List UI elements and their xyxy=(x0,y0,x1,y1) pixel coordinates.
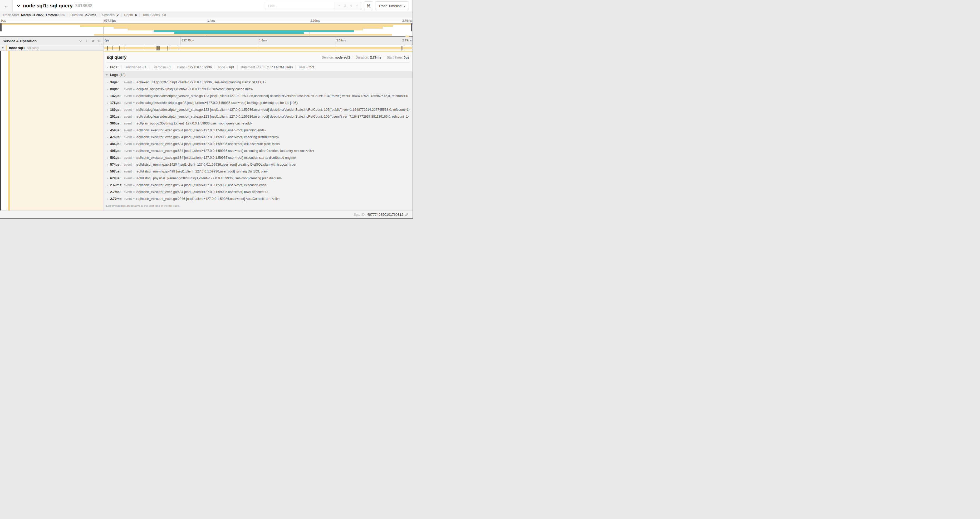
minimap-right-drag-handle[interactable] xyxy=(411,24,412,31)
tag-item[interactable]: client=127.0.0.1:59936 xyxy=(174,65,215,69)
log-expand-icon[interactable]: › xyxy=(107,156,110,159)
log-marker[interactable] xyxy=(156,46,157,50)
trace-view-selector[interactable]: Trace Timeline ∨ xyxy=(375,1,409,10)
log-marker[interactable] xyxy=(113,46,113,50)
log-marker[interactable] xyxy=(158,46,159,50)
collapse-one-icon[interactable] xyxy=(79,39,82,43)
minimap-canvas[interactable] xyxy=(0,23,412,37)
stat-value: March 31 2022, 17:25:09 xyxy=(21,13,59,17)
log-expand-icon[interactable]: › xyxy=(107,197,110,200)
log-expand-icon[interactable]: › xyxy=(107,115,110,118)
log-row[interactable]: ›80μs:event=‹sql/plan_opt.go:358 [nsql1,… xyxy=(103,86,412,93)
prev-result-icon[interactable]: ∧ xyxy=(344,4,347,8)
collapse-trace-icon[interactable] xyxy=(16,4,21,8)
log-row[interactable]: ›176μs:event=‹sql/catalog/descs/descript… xyxy=(103,99,412,106)
span-id-value: 4877749850101760812 xyxy=(367,212,403,217)
log-row[interactable]: ›2.7ms:event=‹sql/conn_executor_exec.go:… xyxy=(103,188,412,195)
log-row[interactable]: ›2.79ms:event=‹sql/conn_executor_exec.go… xyxy=(103,195,412,202)
log-expand-icon[interactable]: › xyxy=(107,170,110,173)
tag-item[interactable]: _verbose=1 xyxy=(149,65,174,69)
expand-all-icon[interactable] xyxy=(98,39,101,43)
log-expand-icon[interactable]: › xyxy=(107,136,110,139)
log-expand-icon[interactable]: › xyxy=(107,177,110,180)
log-row[interactable]: ›459μs:event=‹sql/conn_executor_exec.go:… xyxy=(103,127,412,134)
log-marker[interactable] xyxy=(170,46,170,50)
log-expand-icon[interactable]: › xyxy=(107,101,110,104)
log-expand-icon[interactable]: › xyxy=(107,149,110,152)
left-scrollbar[interactable] xyxy=(0,51,1,211)
log-marker[interactable] xyxy=(126,46,126,50)
log-expand-icon[interactable]: › xyxy=(107,122,110,125)
log-marker[interactable] xyxy=(157,46,158,50)
keyboard-shortcuts-button[interactable]: ⌘ xyxy=(364,1,373,10)
log-marker[interactable] xyxy=(125,46,125,50)
span-row-label[interactable]: ∨ node sql1 sql query xyxy=(0,45,103,51)
minimap-left-drag-handle[interactable] xyxy=(0,24,2,31)
log-row[interactable]: ›678μs:event=‹sql/distsql_physical_plann… xyxy=(103,175,412,182)
find-input[interactable] xyxy=(265,2,334,10)
locate-icon[interactable]: ⌖ xyxy=(339,4,340,8)
log-row[interactable]: ›201μs:event=‹sql/catalog/lease/descript… xyxy=(103,113,412,120)
log-row[interactable]: ›34μs:event=‹sql/exec_util.go:2297 [nsql… xyxy=(103,79,412,86)
log-row[interactable]: ›2.69ms:event=‹sql/conn_executor_exec.go… xyxy=(103,182,412,188)
log-expand-icon[interactable]: › xyxy=(107,129,110,132)
tags-expand-icon[interactable]: › xyxy=(107,65,108,69)
log-marker[interactable] xyxy=(178,46,179,50)
logs-collapse-icon[interactable]: ∨ xyxy=(106,73,108,76)
column-resizer-handle[interactable] xyxy=(101,43,102,45)
log-expand-icon[interactable]: › xyxy=(107,184,110,187)
log-expand-icon[interactable]: › xyxy=(107,81,110,84)
span-timeline-track[interactable] xyxy=(103,45,412,51)
tag-key: _unfinished xyxy=(124,65,141,69)
log-field-key: event xyxy=(124,128,132,132)
span-id-label: SpanID: xyxy=(353,213,365,217)
collapse-all-icon[interactable] xyxy=(91,39,95,43)
log-marker[interactable] xyxy=(144,46,145,50)
next-result-icon[interactable]: ∨ xyxy=(350,4,353,8)
log-marker[interactable] xyxy=(167,46,168,50)
clear-search-icon[interactable]: × xyxy=(356,4,358,8)
log-row[interactable]: ›495μs:event=‹sql/conn_executor_exec.go:… xyxy=(103,147,412,154)
tag-item[interactable]: user=root xyxy=(296,65,317,69)
tag-item[interactable]: _unfinished=1 xyxy=(121,65,149,69)
log-row[interactable]: ›597μs:event=‹sql/distsql_running.go:498… xyxy=(103,168,412,175)
tag-item[interactable]: statement=SELECT * FROM users xyxy=(237,65,296,69)
log-row[interactable]: ›366μs:event=‹sql/plan_opt.go:358 [nsql1… xyxy=(103,120,412,127)
tag-key: client xyxy=(177,65,185,69)
back-icon[interactable]: ← xyxy=(0,0,13,11)
log-marker[interactable] xyxy=(123,46,124,50)
log-expand-icon[interactable]: › xyxy=(107,108,110,111)
log-expand-icon[interactable]: › xyxy=(107,94,110,97)
span-collapse-icon[interactable]: ∨ xyxy=(0,46,6,50)
log-row[interactable]: ›189μs:event=‹sql/catalog/lease/descript… xyxy=(103,106,412,113)
log-row[interactable]: ›502μs:event=‹sql/conn_executor_exec.go:… xyxy=(103,154,412,161)
log-marker[interactable] xyxy=(412,46,412,50)
log-marker[interactable] xyxy=(159,46,160,50)
log-field-value: ‹sql/conn_executor_exec.go:2046 [nsql1,c… xyxy=(136,197,280,201)
log-marker[interactable] xyxy=(402,46,403,50)
log-row[interactable]: ›142μs:event=‹sql/catalog/lease/descript… xyxy=(103,93,412,99)
log-marker[interactable] xyxy=(154,46,155,50)
ruler-tick-label: 2.09ms xyxy=(336,39,346,42)
log-field-key: event xyxy=(124,176,132,180)
log-marker[interactable] xyxy=(119,46,120,50)
tag-value: 1 xyxy=(169,65,171,69)
log-expand-icon[interactable]: › xyxy=(107,163,110,166)
log-expand-icon[interactable]: › xyxy=(107,190,110,193)
span-duration-bar[interactable] xyxy=(104,47,412,50)
tag-item[interactable]: node=sql1 xyxy=(215,65,237,69)
log-expand-icon[interactable]: › xyxy=(107,142,110,145)
logs-header[interactable]: ∨ Logs (18) xyxy=(103,71,412,78)
tags-row[interactable]: › Tags: _unfinished=1_verbose=1client=12… xyxy=(103,63,412,71)
span-service-name: node sql1 xyxy=(9,46,25,50)
log-expand-icon[interactable]: › xyxy=(107,88,110,91)
ruler-tick-label: 2.79ms xyxy=(402,39,412,42)
copy-link-icon[interactable] xyxy=(405,212,409,217)
log-field-value: ‹sql/catalog/lease/descriptor_version_st… xyxy=(136,94,408,98)
log-marker[interactable] xyxy=(401,46,402,50)
log-row[interactable]: ›476μs:event=‹sql/conn_executor_exec.go:… xyxy=(103,134,412,141)
expand-one-icon[interactable] xyxy=(85,39,89,43)
log-row[interactable]: ›486μs:event=‹sql/conn_executor_exec.go:… xyxy=(103,141,412,147)
log-marker[interactable] xyxy=(107,46,108,50)
log-row[interactable]: ›574μs:event=‹sql/distsql_running.go:142… xyxy=(103,161,412,168)
